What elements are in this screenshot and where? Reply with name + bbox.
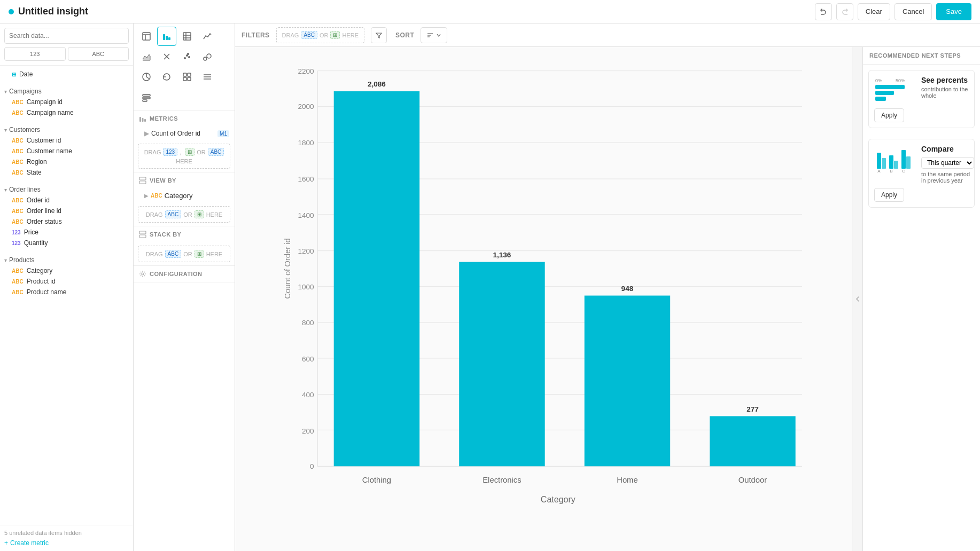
compare-period-select[interactable]: This quarter bbox=[921, 157, 974, 169]
filter-drag-zone[interactable]: DRAG ABC OR ⊞ HERE bbox=[276, 27, 364, 43]
abc-type-badge: ABC bbox=[151, 193, 162, 199]
campaigns-group-header[interactable]: ▾ Campaigns bbox=[4, 86, 129, 97]
metrics-section-header[interactable]: METRICS bbox=[134, 111, 235, 127]
sidebar-item-state[interactable]: ABC State bbox=[4, 167, 129, 178]
percents-apply-btn[interactable]: Apply bbox=[874, 108, 904, 122]
customers-group-header[interactable]: ▾ Customers bbox=[4, 124, 129, 135]
viewby-section-header[interactable]: VIEW BY bbox=[134, 172, 235, 188]
viz-refresh-btn[interactable] bbox=[157, 67, 176, 86]
view-by-category-item[interactable]: ▶ ABC Category bbox=[134, 188, 235, 203]
abc-badge: ABC bbox=[12, 279, 24, 285]
undo-button[interactable] bbox=[815, 3, 832, 20]
svg-rect-33 bbox=[144, 119, 146, 122]
viz-pivot-btn[interactable] bbox=[177, 27, 197, 46]
price-label: Price bbox=[24, 229, 38, 236]
redo-button[interactable] bbox=[836, 3, 853, 20]
stackby-section: STACK BY DRAG ABC OR ⊞ HERE bbox=[134, 226, 235, 266]
chart-content: Count of Order id 2200 2000 1800 1600 bbox=[235, 47, 980, 551]
right-panel-toggle[interactable] bbox=[852, 47, 862, 551]
bar-outdoor[interactable] bbox=[710, 416, 795, 466]
viz-list1-btn[interactable] bbox=[198, 67, 217, 86]
sidebar-item-date-label: Date bbox=[19, 70, 33, 78]
sidebar-item-category[interactable]: ABC Category bbox=[4, 265, 129, 276]
save-button[interactable]: Save bbox=[936, 3, 971, 20]
search-input[interactable] bbox=[4, 28, 129, 44]
drag-badge-abc3: ABC bbox=[165, 250, 182, 258]
viz-pie-btn[interactable] bbox=[137, 67, 156, 86]
bar-label-electronics: 1,136 bbox=[493, 251, 511, 259]
plus-icon: + bbox=[4, 539, 8, 547]
sidebar-item-product-id[interactable]: ABC Product id bbox=[4, 276, 129, 287]
view-by-category-label: Category bbox=[165, 192, 193, 200]
bar-clothing[interactable] bbox=[334, 91, 419, 466]
viz-area-btn[interactable] bbox=[137, 47, 156, 66]
viz-line-btn[interactable] bbox=[198, 27, 217, 46]
sort-button[interactable] bbox=[421, 27, 447, 43]
metrics-drag-text: DRAG 123 , ⊞ OR ABC HERE bbox=[143, 148, 225, 164]
page-title: Untitled insight bbox=[18, 6, 88, 17]
sidebar-item-product-name[interactable]: ABC Product name bbox=[4, 287, 129, 297]
viz-bubble-btn[interactable] bbox=[198, 47, 217, 66]
right-panel-header: RECOMMENDED NEXT STEPS bbox=[863, 47, 980, 65]
sidebar-item-order-id[interactable]: ABC Order id bbox=[4, 195, 129, 206]
filter-icon-button[interactable] bbox=[371, 27, 387, 43]
expand-icon: ▶ bbox=[144, 193, 149, 199]
svg-rect-31 bbox=[139, 117, 141, 122]
stackby-drag-zone[interactable]: DRAG ABC OR ⊞ HERE bbox=[138, 246, 230, 262]
main-layout: 123 ABC ⊞ Date ▾ Campaigns ABC Campaign … bbox=[0, 23, 980, 551]
sidebar-item-customer-id[interactable]: ABC Customer id bbox=[4, 135, 129, 146]
viz-table-btn[interactable] bbox=[137, 27, 156, 46]
svg-rect-23 bbox=[183, 77, 186, 81]
top-bar: Untitled insight Clear Cancel Save bbox=[0, 0, 980, 23]
compare-apply-btn[interactable]: Apply bbox=[874, 188, 904, 202]
configuration-section-header[interactable]: CONFIGURATION bbox=[134, 266, 235, 282]
sidebar-item-campaign-id[interactable]: ABC Campaign id bbox=[4, 97, 129, 107]
svg-point-17 bbox=[207, 54, 211, 58]
sidebar-item-region[interactable]: ABC Region bbox=[4, 156, 129, 167]
region-label: Region bbox=[27, 158, 47, 166]
numeric-filter-btn[interactable]: 123 bbox=[4, 47, 66, 61]
drag-badge-abc2: ABC bbox=[165, 210, 182, 218]
cancel-button[interactable]: Cancel bbox=[895, 3, 932, 20]
sidebar-item-campaign-name[interactable]: ABC Campaign name bbox=[4, 107, 129, 118]
compare-desc: to the same period in previous year bbox=[921, 171, 974, 184]
hidden-items-note: 5 unrelated data items hidden bbox=[4, 530, 129, 536]
top-bar-left: Untitled insight bbox=[9, 6, 88, 17]
bar-electronics[interactable] bbox=[459, 262, 545, 467]
create-metric-btn[interactable]: + Create metric bbox=[4, 539, 129, 547]
clear-button[interactable]: Clear bbox=[858, 3, 890, 20]
viz-bar-btn[interactable] bbox=[157, 27, 176, 46]
viz-cross-btn[interactable] bbox=[157, 47, 176, 66]
viewby-section: VIEW BY ▶ ABC Category DRAG ABC OR ⊞ HER… bbox=[134, 172, 235, 226]
sidebar-item-date[interactable]: ⊞ Date bbox=[4, 69, 129, 80]
stackby-section-header[interactable]: STACK BY bbox=[134, 226, 235, 242]
sidebar-item-price[interactable]: 123 Price bbox=[4, 227, 129, 238]
svg-rect-28 bbox=[143, 95, 150, 96]
svg-rect-37 bbox=[139, 231, 146, 234]
abc-badge: ABC bbox=[12, 138, 24, 144]
sidebar-item-order-status[interactable]: ABC Order status bbox=[4, 216, 129, 227]
svg-rect-22 bbox=[188, 73, 191, 76]
drag-badge-123: 123 bbox=[163, 148, 177, 156]
text-filter-btn[interactable]: ABC bbox=[68, 47, 129, 61]
numeric-label: 123 bbox=[30, 51, 40, 57]
viz-scatter-btn[interactable] bbox=[177, 47, 197, 66]
sidebar-item-order-line-id[interactable]: ABC Order line id bbox=[4, 206, 129, 216]
svg-point-15 bbox=[187, 53, 189, 55]
sidebar-item-customer-name[interactable]: ABC Customer name bbox=[4, 146, 129, 156]
sidebar-item-quantity[interactable]: 123 Quantity bbox=[4, 238, 129, 248]
svg-rect-34 bbox=[139, 177, 146, 180]
metrics-drag-zone[interactable]: DRAG 123 , ⊞ OR ABC HERE bbox=[138, 144, 230, 169]
viewby-label: VIEW BY bbox=[150, 177, 176, 184]
metrics-section: METRICS ▶ Count of Order id M1 DRAG 123 … bbox=[134, 111, 235, 172]
bar-home[interactable] bbox=[585, 296, 670, 467]
products-group-header[interactable]: ▾ Products bbox=[4, 255, 129, 265]
orderlines-group-header[interactable]: ▾ Order lines bbox=[4, 184, 129, 195]
viewby-drag-zone[interactable]: DRAG ABC OR ⊞ HERE bbox=[138, 206, 230, 223]
abc-badge: ABC bbox=[12, 208, 24, 214]
viz-config-panel: METRICS ▶ Count of Order id M1 DRAG 123 … bbox=[134, 23, 235, 551]
metric-item-count-order-id[interactable]: ▶ Count of Order id M1 bbox=[134, 127, 235, 140]
svg-text:0: 0 bbox=[310, 462, 314, 470]
viz-list2-btn[interactable] bbox=[137, 88, 156, 107]
viz-grid2-btn[interactable] bbox=[177, 67, 197, 86]
